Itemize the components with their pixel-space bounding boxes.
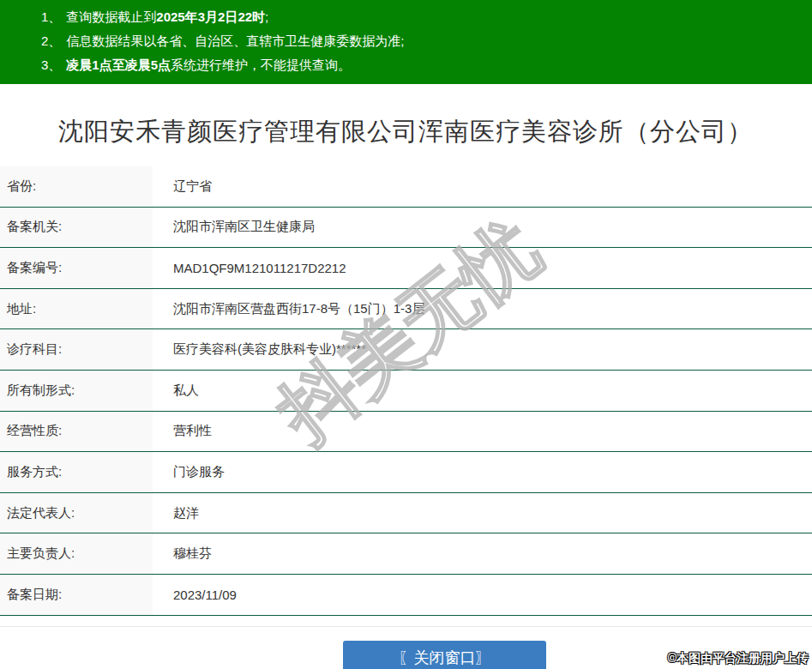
row-value: 辽宁省 xyxy=(153,166,812,207)
row-value: MAD1QF9M121011217D2212 xyxy=(153,248,812,289)
notice-text-bold: 2025年3月2日22时 xyxy=(156,9,265,24)
row-label: 所有制形式: xyxy=(0,370,153,411)
table-row: 备案机关: 沈阳市浑南区卫生健康局 xyxy=(0,207,812,248)
row-label: 主要负责人: xyxy=(0,533,153,575)
notice-number: 3、 xyxy=(41,57,61,72)
row-value: 营利性 xyxy=(153,411,812,452)
row-value: 私人 xyxy=(153,370,812,411)
notice-bar: 1、查询数据截止到2025年3月2日22时; 2、信息数据结果以各省、自治区、直… xyxy=(0,0,812,84)
table-row: 备案日期: 2023/11/09 xyxy=(0,574,812,615)
record-info-table: 省份: 辽宁省 备案机关: 沈阳市浑南区卫生健康局 备案编号: MAD1QF9M… xyxy=(0,166,812,616)
corner-upload-watermark: ©本图由平台注册用户上传 xyxy=(668,651,809,666)
row-label: 备案机关: xyxy=(0,207,153,248)
notice-text: ; xyxy=(265,9,268,24)
row-value: 沈阳市浑南区卫生健康局 xyxy=(153,207,812,248)
row-label: 地址: xyxy=(0,288,153,329)
close-window-button[interactable]: 〖关闭窗口〗 xyxy=(343,641,546,669)
row-label: 经营性质: xyxy=(0,411,153,452)
notice-text: 查询数据截止到 xyxy=(66,9,156,24)
row-value: 门诊服务 xyxy=(153,452,812,493)
notice-line-3: 3、凌晨1点至凌晨5点系统进行维护，不能提供查询。 xyxy=(0,53,812,77)
row-value: 穆桂芬 xyxy=(153,533,812,575)
notice-text: 信息数据结果以各省、自治区、直辖市卫生健康委数据为准; xyxy=(66,33,404,48)
notice-line-1: 1、查询数据截止到2025年3月2日22时; xyxy=(0,5,812,29)
notice-number: 2、 xyxy=(41,33,61,48)
row-value: 医疗美容科(美容皮肤科专业)****** xyxy=(153,329,812,371)
row-label: 备案日期: xyxy=(0,574,153,615)
footer-divider xyxy=(0,626,812,627)
row-value: 2023/11/09 xyxy=(153,574,812,615)
row-label: 法定代表人: xyxy=(0,492,153,533)
notice-line-2: 2、信息数据结果以各省、自治区、直辖市卫生健康委数据为准; xyxy=(0,29,812,53)
row-value: 赵洋 xyxy=(153,492,812,533)
table-row: 主要负责人: 穆桂芬 xyxy=(0,533,812,575)
table-row: 所有制形式: 私人 xyxy=(0,370,812,411)
table-row: 法定代表人: 赵洋 xyxy=(0,492,812,533)
page-title: 沈阳安禾青颜医疗管理有限公司浑南医疗美容诊所（分公司） xyxy=(58,115,812,149)
row-label: 省份: xyxy=(0,166,153,207)
table-row: 服务方式: 门诊服务 xyxy=(0,452,812,493)
notice-number: 1、 xyxy=(41,9,61,24)
table-row: 备案编号: MAD1QF9M121011217D2212 xyxy=(0,248,812,289)
row-label: 服务方式: xyxy=(0,452,153,493)
table-row: 经营性质: 营利性 xyxy=(0,411,812,452)
table-row: 地址: 沈阳市浑南区营盘西街17-8号（15门）1-3层 xyxy=(0,288,812,329)
row-label: 备案编号: xyxy=(0,248,153,289)
row-label: 诊疗科目: xyxy=(0,329,153,371)
row-value: 沈阳市浑南区营盘西街17-8号（15门）1-3层 xyxy=(153,288,812,329)
notice-text: 系统进行维护，不能提供查询。 xyxy=(171,57,351,72)
table-row: 省份: 辽宁省 xyxy=(0,166,812,207)
table-row: 诊疗科目: 医疗美容科(美容皮肤科专业)****** xyxy=(0,329,812,371)
notice-text-bold: 凌晨1点至凌晨5点 xyxy=(66,57,171,72)
